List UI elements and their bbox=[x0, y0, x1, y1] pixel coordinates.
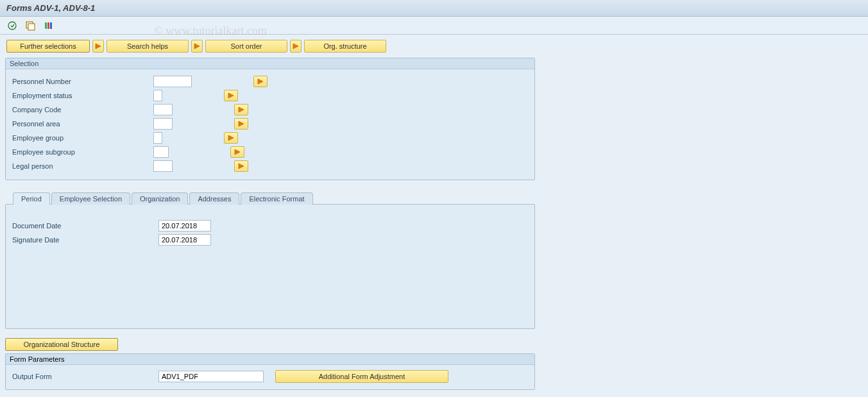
search-helps-arrow-icon[interactable] bbox=[92, 40, 104, 53]
selection-field-label: Employment status bbox=[12, 92, 153, 99]
selection-row: Employee subgroup bbox=[12, 145, 528, 159]
tab-organization[interactable]: Organization bbox=[132, 192, 188, 205]
titlebar: Forms ADV-1, ADV-8-1 bbox=[0, 0, 868, 17]
multiple-selection-button[interactable] bbox=[234, 104, 248, 115]
report-layout-button[interactable] bbox=[41, 19, 55, 32]
org-structure-label: Org. structure bbox=[323, 42, 366, 50]
selection-field-label: Legal person bbox=[12, 162, 153, 170]
selection-row: Personnel area bbox=[12, 117, 528, 131]
tab-period[interactable]: Period bbox=[13, 192, 50, 205]
search-helps-label: Search helps bbox=[127, 42, 168, 50]
selection-row: Legal person bbox=[12, 159, 528, 173]
multiple-selection-button[interactable] bbox=[224, 90, 238, 101]
selection-title: Selection bbox=[6, 58, 534, 69]
svg-point-0 bbox=[8, 22, 16, 30]
further-selections-button[interactable]: Further selections bbox=[6, 40, 90, 53]
selection-row: Employee group bbox=[12, 131, 528, 145]
search-helps-button[interactable]: Search helps bbox=[106, 40, 189, 53]
execute-button[interactable] bbox=[5, 19, 19, 32]
selection-row: Employment status bbox=[12, 89, 528, 103]
tab-body-period: Document Date Signature Date bbox=[5, 204, 535, 329]
app-toolbar bbox=[0, 17, 868, 35]
selection-row: Company Code bbox=[12, 103, 528, 117]
tab-electronic-format[interactable]: Electronic Format bbox=[241, 192, 312, 205]
selection-field-label: Company Code bbox=[12, 106, 153, 114]
sort-order-button[interactable]: Sort order bbox=[205, 40, 287, 53]
tabstrip: PeriodEmployee SelectionOrganizationAddr… bbox=[5, 192, 535, 329]
selection-field-label: Employee group bbox=[12, 134, 153, 142]
multiple-selection-button[interactable] bbox=[234, 118, 248, 130]
organizational-structure-label: Organizational Structure bbox=[24, 341, 100, 348]
signature-date-input[interactable] bbox=[158, 234, 211, 246]
get-variant-button[interactable] bbox=[23, 19, 37, 32]
svg-rect-3 bbox=[45, 22, 47, 29]
selection-groupbox: Selection Personnel NumberEmployment sta… bbox=[5, 58, 535, 180]
further-selections-label: Further selections bbox=[20, 42, 76, 50]
additional-form-adjustment-button[interactable]: Additional Form Adjustment bbox=[275, 370, 448, 383]
selection-body: Personnel NumberEmployment statusCompany… bbox=[6, 69, 534, 180]
tab-employee-selection[interactable]: Employee Selection bbox=[51, 192, 130, 205]
svg-rect-5 bbox=[50, 22, 52, 29]
selection-field-input[interactable] bbox=[153, 146, 169, 158]
selection-field-input[interactable] bbox=[153, 132, 162, 144]
multiple-selection-button[interactable] bbox=[230, 146, 244, 158]
svg-rect-2 bbox=[28, 24, 35, 30]
page-title: Forms ADV-1, ADV-8-1 bbox=[6, 3, 95, 13]
tab-addresses[interactable]: Addresses bbox=[189, 192, 239, 205]
selection-field-input[interactable] bbox=[153, 160, 173, 172]
document-date-input[interactable] bbox=[158, 220, 211, 232]
multiple-selection-button[interactable] bbox=[253, 76, 268, 87]
org-structure-button[interactable]: Org. structure bbox=[304, 40, 386, 53]
tab-row: PeriodEmployee SelectionOrganizationAddr… bbox=[5, 192, 535, 204]
multiple-selection-button[interactable] bbox=[224, 132, 238, 144]
sort-order-arrow-icon[interactable] bbox=[191, 40, 203, 53]
selection-field-input[interactable] bbox=[153, 90, 162, 101]
selection-row: Personnel Number bbox=[12, 74, 528, 89]
organizational-structure-button[interactable]: Organizational Structure bbox=[5, 338, 118, 351]
output-form-label: Output Form bbox=[12, 373, 158, 380]
selection-field-label: Employee subgroup bbox=[12, 148, 153, 156]
additional-form-adjustment-label: Additional Form Adjustment bbox=[319, 373, 405, 380]
sort-order-label: Sort order bbox=[231, 42, 262, 50]
nav-button-row: Further selections Search helps Sort ord… bbox=[0, 35, 868, 58]
form-parameters-title: Form Parameters bbox=[6, 354, 534, 365]
selection-field-input[interactable] bbox=[153, 118, 173, 130]
selection-field-input[interactable] bbox=[153, 76, 192, 87]
form-parameters-groupbox: Form Parameters Output Form Additional F… bbox=[5, 353, 535, 390]
selection-field-label: Personnel area bbox=[12, 120, 153, 128]
svg-rect-4 bbox=[47, 22, 49, 29]
org-structure-arrow-icon[interactable] bbox=[290, 40, 302, 53]
selection-field-label: Personnel Number bbox=[12, 78, 153, 85]
selection-field-input[interactable] bbox=[153, 104, 173, 115]
multiple-selection-button[interactable] bbox=[234, 160, 248, 172]
content: Selection Personnel NumberEmployment sta… bbox=[0, 58, 868, 395]
signature-date-label: Signature Date bbox=[12, 236, 158, 244]
output-form-input[interactable] bbox=[158, 371, 264, 382]
document-date-label: Document Date bbox=[12, 222, 158, 230]
